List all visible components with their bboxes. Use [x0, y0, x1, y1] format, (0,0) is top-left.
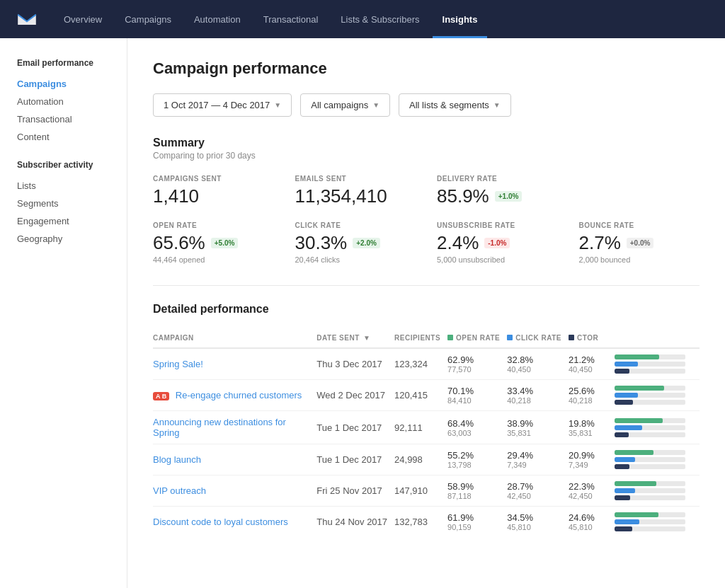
click-rate-primary: 33.4%: [507, 386, 561, 396]
ctor-bar-bg: [615, 495, 685, 500]
nav-lists-subscribers[interactable]: Lists & Subscribers: [331, 0, 429, 38]
ctor-bar-bg: [615, 526, 685, 531]
recipients-cell: 120,415: [394, 380, 447, 411]
summary-emails-sent: EMAILS SENT 11,354,410: [295, 175, 416, 207]
click-rate-bar-bg: [615, 457, 685, 462]
date-sent-cell: Thu 24 Nov 2017: [316, 507, 394, 538]
open-rate-color-indicator: [447, 335, 453, 340]
ctor-bar-bg: [615, 400, 685, 405]
nav-automation[interactable]: Automation: [184, 0, 251, 38]
nav-transactional[interactable]: Transactional: [253, 0, 329, 38]
ctor-color-indicator: [569, 335, 574, 340]
campaign-link[interactable]: Spring Sale!: [153, 359, 203, 369]
open-rate-bar-bg: [615, 386, 685, 391]
campaign-name-cell: Announcing new destinations for Spring: [153, 411, 316, 444]
col-header-campaign: CAMPAIGN: [153, 328, 316, 348]
nav-campaigns[interactable]: Campaigns: [115, 0, 181, 38]
bar-cell: [615, 475, 700, 507]
sidebar-item-engagement[interactable]: Engagement: [17, 212, 127, 230]
click-rate-bar-row: [615, 425, 692, 430]
nav-overview[interactable]: Overview: [54, 0, 112, 38]
open-rate-bar-bg: [615, 354, 685, 359]
campaign-link[interactable]: Announcing new destinations for Spring: [153, 417, 286, 438]
campaign-link[interactable]: Discount code to loyal customers: [153, 517, 288, 527]
performance-table: CAMPAIGN DATE SENT ▼ RECIPIENTS OPEN RAT…: [153, 328, 700, 537]
open-rate-bar-fill: [615, 354, 659, 359]
recipients-cell: 123,324: [394, 348, 447, 380]
open-rate-bar-row: [615, 354, 692, 359]
open-rate-primary: 70.1%: [447, 386, 500, 396]
sidebar-item-transactional[interactable]: Transactional: [17, 110, 127, 128]
open-rate-secondary: 84,410: [447, 396, 500, 405]
sidebar-item-geography[interactable]: Geography: [17, 230, 127, 248]
sort-arrow-icon: ▼: [363, 334, 370, 342]
campaign-name-cell: VIP outreach: [153, 475, 316, 507]
col-header-bars: [615, 328, 700, 348]
click-rate-bar-row: [615, 457, 692, 462]
nav-items: Overview Campaigns Automation Transactio…: [54, 0, 487, 38]
sidebar-item-automation[interactable]: Automation: [17, 93, 127, 110]
date-filter-button[interactable]: 1 Oct 2017 — 4 Dec 2017 ▼: [153, 93, 292, 117]
sidebar-item-content[interactable]: Content: [17, 128, 127, 146]
campaign-name-cell: Blog launch: [153, 444, 316, 475]
campaign-filter-value: All campaigns: [311, 100, 368, 110]
ctor-bar-fill: [615, 432, 629, 437]
click-rate-bar-row: [615, 519, 692, 524]
summary-delivery-rate-badge: +1.0%: [495, 191, 523, 202]
click-rate-primary: 38.9%: [507, 418, 561, 429]
summary-bounce-rate-value: 2.7% +0.0%: [579, 232, 700, 254]
campaign-name-cell: Discount code to loyal customers: [153, 507, 316, 538]
sidebar-item-campaigns[interactable]: Campaigns: [17, 75, 127, 93]
campaign-filter-button[interactable]: All campaigns ▼: [300, 93, 390, 117]
click-rate-cell: 33.4% 40,218: [507, 380, 569, 411]
open-rate-bar-row: [615, 418, 692, 423]
segment-filter-button[interactable]: All lists & segments ▼: [399, 93, 511, 117]
summary-bounce-rate: BOUNCE RATE 2.7% +0.0% 2,000 bounced: [579, 221, 700, 264]
click-rate-cell: 34.5% 45,810: [507, 507, 569, 538]
sidebar-item-segments[interactable]: Segments: [17, 195, 127, 212]
summary-campaigns-sent-label: CAMPAIGNS SENT: [153, 175, 274, 183]
nav-insights[interactable]: Insights: [433, 0, 488, 38]
open-rate-bar-row: [615, 512, 692, 517]
ctor-cell: 20.9% 7,349: [569, 444, 615, 475]
col-header-date-sent[interactable]: DATE SENT ▼: [316, 328, 394, 348]
campaign-link[interactable]: VIP outreach: [153, 485, 206, 496]
campaign-link[interactable]: Blog launch: [153, 454, 201, 465]
open-rate-primary: 68.4%: [447, 418, 500, 429]
click-rate-cell: 29.4% 7,349: [507, 444, 569, 475]
bar-container: [615, 386, 692, 405]
summary-bounce-rate-label: BOUNCE RATE: [579, 221, 700, 229]
sidebar-item-lists[interactable]: Lists: [17, 177, 127, 195]
open-rate-bar-fill: [615, 418, 663, 423]
detailed-performance-title: Detailed performance: [153, 303, 700, 316]
summary-open-rate-value: 65.6% +5.0%: [153, 232, 274, 254]
ctor-bar-fill: [615, 526, 632, 531]
segment-filter-chevron-icon: ▼: [493, 101, 501, 109]
date-sent-cell: Wed 2 Dec 2017: [316, 380, 394, 411]
summary-click-rate-badge: +2.0%: [353, 238, 380, 248]
summary-emails-sent-value: 11,354,410: [295, 185, 416, 207]
ctor-bar-row: [615, 526, 692, 531]
bar-cell: [615, 411, 700, 444]
ctor-cell: 22.3% 42,450: [569, 475, 615, 507]
open-rate-bar-fill: [615, 450, 653, 455]
ctor-bar-row: [615, 369, 692, 374]
click-rate-bar-bg: [615, 362, 685, 367]
date-sent-cell: Tue 1 Dec 2017: [316, 411, 394, 444]
ctor-bar-row: [615, 464, 692, 469]
campaign-link[interactable]: Re-engage churned customers: [176, 390, 302, 400]
click-rate-color-indicator: [507, 335, 513, 340]
summary-unsubscribe-rate-value: 2.4% -1.0%: [437, 232, 558, 254]
open-rate-cell: 70.1% 84,410: [447, 380, 507, 411]
sidebar-section-subscriber-activity: Subscriber activity: [17, 160, 127, 170]
table-row: Spring Sale! Thu 3 Dec 2017 123,324 62.9…: [153, 348, 700, 380]
summary-delivery-rate-value: 85.9% +1.0%: [437, 185, 558, 207]
ctor-primary: 21.2%: [569, 354, 607, 365]
section-divider: [153, 285, 700, 286]
ctor-primary: 19.8%: [569, 418, 607, 429]
click-rate-bar-row: [615, 393, 692, 398]
date-filter-chevron-icon: ▼: [274, 101, 281, 109]
ctor-cell: 21.2% 40,450: [569, 348, 615, 380]
recipients-cell: 24,998: [394, 444, 447, 475]
bar-cell: [615, 444, 700, 475]
